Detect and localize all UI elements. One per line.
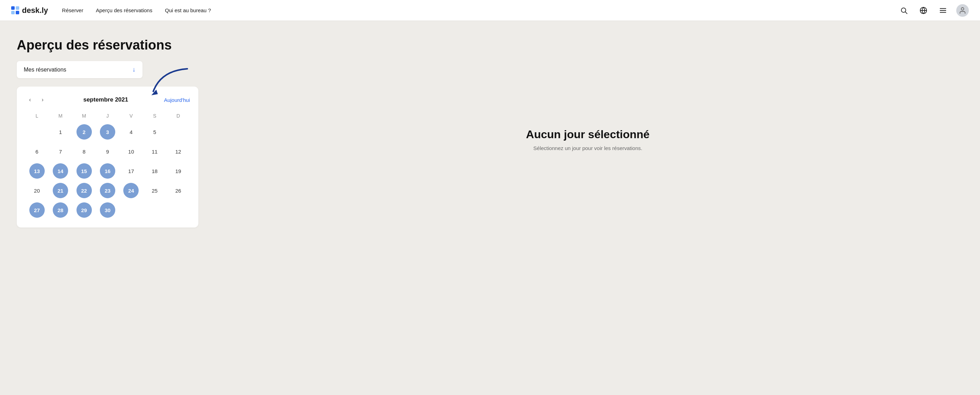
calendar-day-15[interactable]: 15 bbox=[76, 163, 92, 179]
logo-text: desk.ly bbox=[22, 6, 48, 15]
right-panel: Aucun jour sélectionné Sélectionnez un j… bbox=[212, 38, 963, 227]
calendar-day-3[interactable]: 3 bbox=[100, 124, 115, 140]
no-day-selected-subtitle: Sélectionnez un jour pour voir les réser… bbox=[533, 145, 642, 151]
avatar[interactable] bbox=[956, 4, 969, 17]
calendar-day-7[interactable]: 7 bbox=[53, 144, 68, 159]
calendar-day-14[interactable]: 14 bbox=[53, 163, 68, 179]
nav-actions bbox=[897, 4, 969, 17]
calendar-day-17[interactable]: 17 bbox=[123, 163, 138, 179]
calendar-cell: 23 bbox=[96, 181, 119, 200]
calendar-day-11[interactable]: 11 bbox=[147, 144, 162, 159]
calendar-day-16[interactable]: 16 bbox=[100, 163, 115, 179]
calendar-day-21[interactable]: 21 bbox=[53, 183, 68, 198]
calendar-cell: 22 bbox=[72, 181, 96, 200]
calendar-day-12[interactable]: 12 bbox=[170, 144, 186, 159]
reservations-dropdown[interactable]: Mes réservations ↓ bbox=[17, 61, 143, 78]
next-month-button[interactable]: › bbox=[38, 95, 48, 105]
calendar-cell: 30 bbox=[96, 201, 119, 219]
today-link[interactable]: Aujourd'hui bbox=[164, 97, 190, 103]
dropdown-label: Mes réservations bbox=[24, 67, 66, 73]
calendar-day-23[interactable]: 23 bbox=[100, 183, 115, 198]
weekday-l: L bbox=[25, 112, 49, 120]
search-icon bbox=[900, 6, 908, 14]
calendar-cell: 6 bbox=[25, 142, 49, 160]
svg-marker-8 bbox=[151, 90, 158, 95]
menu-button[interactable] bbox=[937, 4, 949, 17]
calendar-cell: 20 bbox=[25, 181, 49, 200]
calendar-day-10[interactable]: 10 bbox=[123, 144, 138, 159]
calendar-cell: 25 bbox=[143, 181, 166, 200]
calendar-nav: ‹ › bbox=[25, 95, 48, 105]
calendar-cell bbox=[25, 123, 49, 141]
no-day-selected-title: Aucun jour sélectionné bbox=[526, 128, 650, 141]
calendar-card: ‹ › septembre 2021 Aujourd'hui L M M J V… bbox=[17, 87, 198, 227]
calendar-day-9[interactable]: 9 bbox=[100, 144, 115, 159]
calendar-day-6[interactable]: 6 bbox=[29, 144, 45, 159]
calendar-day-29[interactable]: 29 bbox=[76, 202, 92, 218]
annotation-arrow bbox=[150, 66, 195, 98]
calendar-day-2[interactable]: 2 bbox=[76, 124, 92, 140]
weekday-m2: M bbox=[72, 112, 96, 120]
user-icon bbox=[959, 6, 966, 14]
calendar-day-4[interactable]: 4 bbox=[123, 124, 138, 140]
calendar-day-1[interactable]: 1 bbox=[53, 124, 68, 140]
calendar-cell: 26 bbox=[167, 181, 190, 200]
nav-link-apercu[interactable]: Aperçu des réservations bbox=[96, 7, 152, 13]
calendar-day-20[interactable]: 20 bbox=[29, 183, 45, 198]
calendar-day-13[interactable]: 13 bbox=[29, 163, 45, 179]
calendar-day-30[interactable]: 30 bbox=[100, 202, 115, 218]
nav-links: Réserver Aperçu des réservations Qui est… bbox=[62, 7, 897, 13]
calendar-cell: 28 bbox=[49, 201, 72, 219]
calendar-day-18[interactable]: 18 bbox=[147, 163, 162, 179]
prev-month-button[interactable]: ‹ bbox=[25, 95, 35, 105]
calendar-day-28[interactable]: 28 bbox=[53, 202, 68, 218]
left-panel: Aperçu des réservations Mes réservations… bbox=[17, 38, 212, 227]
svg-line-1 bbox=[905, 12, 907, 14]
calendar-cell: 17 bbox=[119, 162, 143, 180]
calendar-cell bbox=[119, 201, 143, 219]
calendar-cell bbox=[167, 123, 190, 141]
calendar-day-8[interactable]: 8 bbox=[76, 144, 92, 159]
calendar-cell: 27 bbox=[25, 201, 49, 219]
main-content: Aperçu des réservations Mes réservations… bbox=[0, 21, 980, 227]
calendar-grid: 1234567891011121314151617181920212223242… bbox=[25, 123, 190, 219]
logo-icon bbox=[11, 6, 19, 14]
calendar-cell: 3 bbox=[96, 123, 119, 141]
weekday-j: J bbox=[96, 112, 119, 120]
nav-link-reserver[interactable]: Réserver bbox=[62, 7, 83, 13]
calendar-cell: 15 bbox=[72, 162, 96, 180]
calendar-weekdays: L M M J V S D bbox=[25, 112, 190, 120]
calendar-day-19[interactable]: 19 bbox=[170, 163, 186, 179]
calendar-cell: 14 bbox=[49, 162, 72, 180]
globe-button[interactable] bbox=[917, 4, 930, 17]
calendar-cell bbox=[167, 201, 190, 219]
calendar-cell: 11 bbox=[143, 142, 166, 160]
calendar-cell: 16 bbox=[96, 162, 119, 180]
calendar-day-27[interactable]: 27 bbox=[29, 202, 45, 218]
hamburger-icon bbox=[939, 6, 947, 14]
svg-point-7 bbox=[961, 7, 964, 10]
calendar-cell: 13 bbox=[25, 162, 49, 180]
calendar-cell: 9 bbox=[96, 142, 119, 160]
calendar-cell: 12 bbox=[167, 142, 190, 160]
calendar-cell: 7 bbox=[49, 142, 72, 160]
calendar-day-22[interactable]: 22 bbox=[76, 183, 92, 198]
calendar-day-24[interactable]: 24 bbox=[123, 183, 138, 198]
calendar-cell bbox=[143, 201, 166, 219]
calendar-cell: 24 bbox=[119, 181, 143, 200]
dropdown-arrow-icon: ↓ bbox=[132, 66, 135, 73]
navbar: desk.ly Réserver Aperçu des réservations… bbox=[0, 0, 980, 21]
calendar-day-26[interactable]: 26 bbox=[170, 183, 186, 198]
logo[interactable]: desk.ly bbox=[11, 6, 48, 15]
calendar-cell: 10 bbox=[119, 142, 143, 160]
calendar-cell: 5 bbox=[143, 123, 166, 141]
calendar-day-5[interactable]: 5 bbox=[147, 124, 162, 140]
weekday-s: S bbox=[143, 112, 166, 120]
calendar-cell: 4 bbox=[119, 123, 143, 141]
weekday-m1: M bbox=[49, 112, 72, 120]
calendar-day-25[interactable]: 25 bbox=[147, 183, 162, 198]
calendar-cell: 8 bbox=[72, 142, 96, 160]
calendar-cell: 29 bbox=[72, 201, 96, 219]
search-button[interactable] bbox=[897, 4, 910, 17]
nav-link-qui[interactable]: Qui est au bureau ? bbox=[165, 7, 211, 13]
